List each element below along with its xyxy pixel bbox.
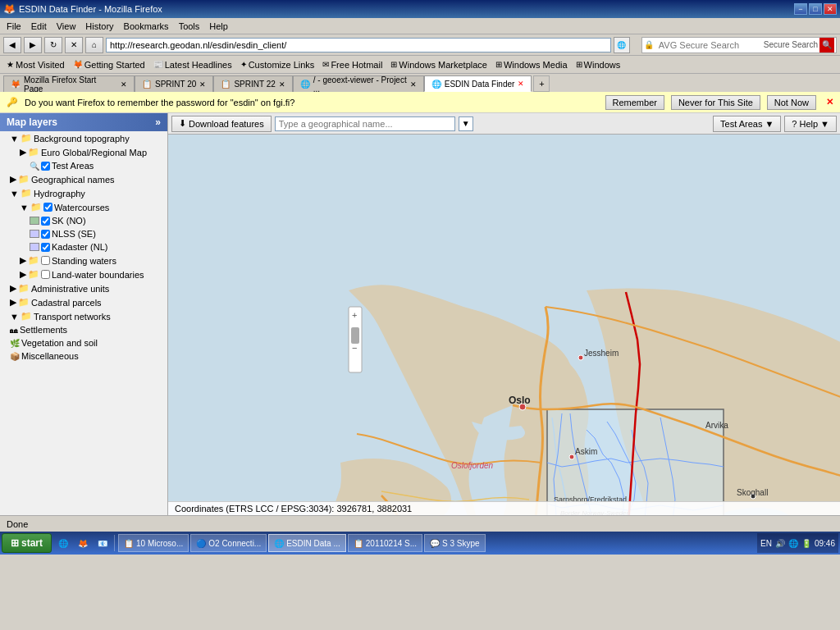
layer-label: Watercourses [54,203,109,212]
clock: 09:46 [815,539,835,548]
layer-standing-waters[interactable]: ▶ 📁 Standing waters [0,253,167,267]
layer-color-icon [30,217,39,225]
layer-label: Cadastral parcels [31,298,102,308]
search-button[interactable]: 🔍 [819,38,834,52]
taskbar-item-microsoft[interactable]: 📋 10 Microso... [118,534,189,552]
bookmark-hotmail[interactable]: ✉ Free Hotmail [319,59,386,71]
watercourses-checkbox[interactable] [43,203,52,212]
land-water-checkbox[interactable] [41,270,50,279]
tab-close-button[interactable]: ✕ [121,80,127,89]
app-label: ESDIN Data ... [286,539,340,548]
map-toolbar: ⬇ Download features ▼ Test Areas ▼ ? Hel… [168,113,840,135]
stop-button[interactable]: ✕ [65,37,83,53]
layer-vegetation-soil[interactable]: 🌿 Vegetation and soil [0,336,167,349]
back-button[interactable]: ◀ [3,37,21,53]
tab-close-button[interactable]: ✕ [518,80,524,88]
start-button[interactable]: ⊞ start [2,533,52,553]
taskbar-item-sprint[interactable]: 📋 20110214 S... [348,534,422,552]
bookmark-marketplace[interactable]: ⊞ Windows Marketplace [387,59,491,71]
map-canvas[interactable]: Oslo Jessheim Arvika Askim Sarpsborg/Fre… [168,135,840,515]
layer-background-topography[interactable]: ▼ 📁 Background topography [0,131,167,145]
layer-kadaster-nl[interactable]: Kadaster (NL) [0,240,167,253]
geo-name-search[interactable] [275,116,455,131]
tab-sprint22[interactable]: 📋 SPRINT 22 ✕ [213,75,292,92]
title-bar-controls[interactable]: − □ ✕ [794,3,837,15]
menu-bookmarks[interactable]: Bookmarks [119,21,174,32]
bookmark-most-visited[interactable]: ★ Most Visited [3,59,68,71]
maximize-button[interactable]: □ [809,3,822,15]
menu-history[interactable]: History [80,21,118,32]
help-button[interactable]: ? Help ▼ [784,116,837,132]
tab-close-button[interactable]: ✕ [410,80,417,89]
geo-search-dropdown[interactable]: ▼ [459,116,473,131]
taskbar-item-skype[interactable]: 💬 S 3 Skype [424,534,486,552]
svg-text:+: + [352,310,357,320]
test-areas-checkbox[interactable] [41,162,50,171]
reload-button[interactable]: ↻ [44,37,62,53]
search-input[interactable] [655,38,762,52]
app-icon: 🔵 [196,539,206,548]
help-label: Help [799,119,818,129]
bookmark-windows[interactable]: ⊞ Windows [573,59,624,71]
nlss-se-checkbox[interactable] [41,230,50,239]
bookmark-customize[interactable]: ✦ Customize Links [237,59,318,71]
layer-administrative-units[interactable]: ▶ 📁 Administrative units [0,281,167,295]
tab-geoext[interactable]: 🌐 / - geoext-viewer - Project ... ✕ [293,75,424,92]
menu-view[interactable]: View [52,21,81,32]
layer-settlements[interactable]: 🏘 Settlements [0,323,167,336]
layer-land-water-boundaries[interactable]: ▶ 📁 Land-water boundaries [0,267,167,281]
kadaster-nl-checkbox[interactable] [41,243,50,252]
volume-icon[interactable]: 🔊 [775,539,785,548]
expand-icon: ▼ [10,134,19,144]
close-password-bar-button[interactable]: ✕ [826,97,833,107]
bookmark-label: Getting Started [84,60,145,70]
layer-watercourses[interactable]: ▼ 📁 Watercourses [0,200,167,214]
layer-label: Miscellaneous [21,351,79,361]
forward-button[interactable]: ▶ [24,37,42,53]
bookmark-media[interactable]: ⊞ Windows Media [492,59,571,71]
tab-firefox-start[interactable]: 🦊 Mozilla Firefox Start Page ✕ [3,75,135,92]
test-areas-button[interactable]: Test Areas ▼ [713,116,781,132]
taskbar-item-quicklaunch2[interactable]: 🦊 [73,534,91,552]
sidebar-collapse-button[interactable]: » [155,116,161,128]
sk-no-checkbox[interactable] [41,217,50,226]
taskbar-item-quicklaunch1[interactable]: 🌐 [53,534,71,552]
address-bar[interactable] [106,38,611,52]
expand-icon: ▶ [10,297,16,308]
search-box-container: 🔒 Secure Search 🔍 [641,37,837,53]
download-features-button[interactable]: ⬇ Download features [171,116,272,132]
not-now-button[interactable]: Not Now [767,95,816,110]
minimize-button[interactable]: − [794,3,807,15]
network-icon[interactable]: 🌐 [788,539,798,548]
home-button[interactable]: ⌂ [85,37,103,53]
menu-help[interactable]: Help [204,21,233,32]
close-button[interactable]: ✕ [824,3,837,15]
layer-hydrography[interactable]: ▼ 📁 Hydrography [0,186,167,200]
taskbar-item-esdin[interactable]: 🌐 ESDIN Data ... [268,534,346,552]
layer-euro-global[interactable]: ▶ 📁 Euro Global/Regional Map [0,145,167,159]
bookmark-headlines[interactable]: 📰 Latest Headlines [150,59,235,71]
bookmark-getting-started[interactable]: 🦊 Getting Started [70,59,148,71]
remember-button[interactable]: Remember [605,95,664,110]
layer-miscellaneous[interactable]: 📦 Miscellaneous [0,349,167,363]
email-icon: ✉ [322,60,329,69]
menu-edit[interactable]: Edit [26,21,52,32]
menu-file[interactable]: File [2,21,26,32]
layer-transport-networks[interactable]: ▼ 📁 Transport networks [0,309,167,323]
layer-geographical-names[interactable]: ▶ 📁 Geographical names [0,172,167,186]
menu-tools[interactable]: Tools [174,21,205,32]
new-tab-button[interactable]: + [533,75,550,92]
layer-nlss-se[interactable]: NLSS (SE) [0,227,167,240]
tab-esdin-data-finder[interactable]: 🌐 ESDIN Data Finder ✕ [424,75,532,92]
taskbar-item-o2[interactable]: 🔵 O2 Connecti... [190,534,267,552]
layer-sk-no[interactable]: SK (NO) [0,214,167,227]
lang-indicator[interactable]: EN [760,539,772,548]
standing-waters-checkbox[interactable] [41,256,50,265]
taskbar-item-quicklaunch3[interactable]: 📧 [93,534,111,552]
layer-cadastral-parcels[interactable]: ▶ 📁 Cadastral parcels [0,295,167,309]
tab-sprint20[interactable]: 📋 SPRINT 20 ✕ [135,75,213,92]
tab-close-button[interactable]: ✕ [279,80,285,89]
never-for-site-button[interactable]: Never for This Site [671,95,760,110]
tab-close-button[interactable]: ✕ [199,80,206,89]
layer-test-areas[interactable]: 🔍 Test Areas [0,159,167,172]
